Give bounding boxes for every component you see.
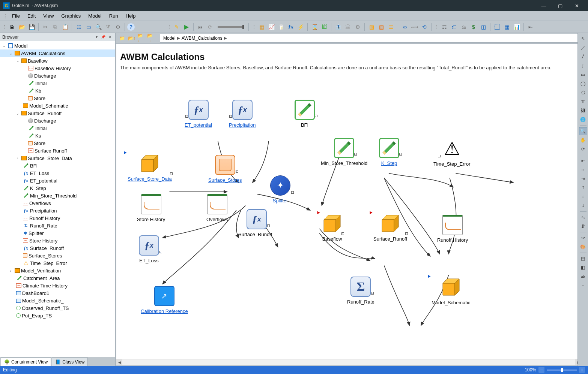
tree-item[interactable]: Store xyxy=(0,139,115,147)
menu-model[interactable]: Model xyxy=(84,12,105,19)
tree-item[interactable]: Ks xyxy=(0,132,115,139)
misc4-icon[interactable]: ≡ xyxy=(579,281,587,290)
tree-item[interactable]: ƒxSurface_Runoff_ xyxy=(0,244,115,252)
nav-fwd-icon[interactable]: 📂→ xyxy=(147,34,155,42)
node-runoff-history[interactable]: Runoff History xyxy=(437,215,468,243)
nav-up-icon[interactable]: 📂↑ xyxy=(128,34,136,42)
tree-item[interactable]: Catchment_Area xyxy=(0,274,115,282)
tree-item[interactable]: Initial xyxy=(0,79,115,87)
node-model-schematic[interactable]: Model_Schematic xyxy=(432,277,470,305)
hand-tool-icon[interactable]: ✋ xyxy=(579,136,587,144)
tree-item[interactable]: Surface Runoff xyxy=(0,147,115,154)
tree-item[interactable]: Climate Time History xyxy=(0,282,115,289)
node-surface-runoff[interactable]: ▫ Surface_Runoff xyxy=(373,213,407,242)
polygon-tool-icon[interactable]: ⬠ xyxy=(579,88,587,97)
run-icon[interactable]: ▶ xyxy=(182,22,191,31)
nav-home-icon[interactable]: 📁 xyxy=(118,34,126,42)
scroll-left-icon[interactable]: ◀ xyxy=(116,359,122,365)
tree-item-model[interactable]: ⌄Model xyxy=(0,42,115,49)
menu-graphics[interactable]: Graphics xyxy=(57,12,84,19)
layout-icon[interactable]: ☷ xyxy=(74,22,83,31)
zoom-out-button[interactable]: − xyxy=(538,367,544,373)
step-fwd-icon[interactable]: ⟳ xyxy=(206,22,215,31)
ellipse-tool-icon[interactable]: ◯ xyxy=(579,79,587,88)
tree-item[interactable]: Surface_Stores xyxy=(0,252,115,259)
bolt-icon[interactable]: ⚡ xyxy=(296,22,305,31)
align-middle-icon[interactable]: ↕ xyxy=(579,193,587,201)
color-picker-icon[interactable]: 🎨 xyxy=(579,243,587,251)
zoom-in-button[interactable]: + xyxy=(579,367,585,373)
browser-pin-icon[interactable]: 📌 xyxy=(100,34,106,40)
list-icon[interactable]: ☶ xyxy=(440,22,449,31)
align-bottom-icon[interactable]: ⤓ xyxy=(579,202,587,210)
image-tool-icon[interactable]: 🖼 xyxy=(579,106,587,115)
line-tool-icon[interactable]: ／ xyxy=(579,43,587,52)
node-overflows[interactable]: Overflows xyxy=(206,194,228,222)
filter-icon[interactable]: ⧩ xyxy=(104,22,113,31)
tree-item[interactable]: ƒxPrecipitation xyxy=(0,207,115,214)
align-right-icon[interactable]: ⇥ xyxy=(579,175,587,183)
save-file-icon[interactable]: 💾 xyxy=(27,22,36,31)
yellow-block-icon[interactable]: ▧ xyxy=(367,22,376,31)
tree-item-model-verification[interactable]: ›Model_Verification xyxy=(0,267,115,274)
weight-icon[interactable]: ⚖ xyxy=(459,22,468,31)
tab-containment-view[interactable]: 🌳Containment View xyxy=(1,358,51,366)
canvas-horizontal-scrollbar[interactable]: ◀ ▶ xyxy=(116,359,581,365)
node-et-potential[interactable]: ƒx▫ ET_potential xyxy=(185,100,212,128)
zoom-tool-icon[interactable]: 🔍 xyxy=(579,127,587,135)
dollar-icon[interactable]: $ xyxy=(469,22,478,31)
paste-icon[interactable]: 📋 xyxy=(60,22,69,31)
breadcrumb[interactable]: Model ▶ AWBM_Calculations ▶ xyxy=(160,34,586,43)
tree-item[interactable]: DashBoard1 xyxy=(0,289,115,297)
align-center-icon[interactable]: ↔ xyxy=(579,166,587,174)
browser-dropdown-icon[interactable]: ▾ xyxy=(93,34,99,40)
tab-class-view[interactable]: 📘Class View xyxy=(52,358,88,366)
distribute-h-icon[interactable]: ⇋ xyxy=(579,213,587,221)
link-icon[interactable]: ∞ xyxy=(400,22,409,31)
gear2-icon[interactable]: ⚙ xyxy=(353,22,362,31)
menu-help[interactable]: Help xyxy=(122,12,140,19)
search-icon[interactable]: 🔍 xyxy=(94,22,103,31)
tree-item[interactable]: Initial xyxy=(0,124,115,132)
grid-icon[interactable]: ▦ xyxy=(257,22,266,31)
tree-item-baseflow[interactable]: ⌄Baseflow xyxy=(0,57,115,64)
text-tool-icon[interactable]: T xyxy=(579,97,587,106)
node-time-step-error[interactable]: ⚠▫ Time_Step_Error xyxy=(433,139,471,167)
settings-icon[interactable]: ⚙ xyxy=(113,22,122,31)
tree-item[interactable]: Overflows xyxy=(0,199,115,207)
model-tree[interactable]: ⌄Model ⌄AWBM_Calculations ⌄Baseflow Base… xyxy=(0,41,115,357)
node-k-step[interactable]: ▫ K_Step xyxy=(379,138,399,166)
tree-item[interactable]: ƒxET_Loss xyxy=(0,169,115,177)
orange-block-icon[interactable]: ▧ xyxy=(377,22,386,31)
tree-item[interactable]: Discharge xyxy=(0,72,115,79)
window-icon[interactable]: ◫ xyxy=(479,22,488,31)
misc3-icon[interactable]: ab xyxy=(579,272,587,281)
node-precipitation[interactable]: ƒx▫ Precipitation xyxy=(229,100,256,128)
distribute-v-icon[interactable]: ⇵ xyxy=(579,222,587,230)
window-maximize-button[interactable]: ▢ xyxy=(552,0,568,11)
image-icon[interactable]: 🖼 xyxy=(320,22,329,31)
misc2-icon[interactable]: ◧ xyxy=(579,263,587,272)
step-back-icon[interactable]: ⏮ xyxy=(196,22,205,31)
window-close-button[interactable]: ✕ xyxy=(568,0,585,11)
window-minimize-button[interactable]: — xyxy=(535,0,552,11)
tree-item[interactable]: ✱Splitter xyxy=(0,229,115,237)
tag-icon[interactable]: 🏷 xyxy=(450,22,459,31)
bank-icon[interactable]: 🏦 xyxy=(334,22,343,31)
tree-item[interactable]: Discharge xyxy=(0,117,115,124)
container-icon[interactable]: 🥛 xyxy=(277,22,286,31)
table-icon[interactable]: ▦ xyxy=(502,22,511,31)
menu-edit[interactable]: Edit xyxy=(24,12,39,19)
tree-item-model-schematic[interactable]: Model_Schematic xyxy=(0,102,115,109)
rect-tool-icon[interactable]: ▭ xyxy=(579,70,587,79)
reload-icon[interactable]: ⟲ xyxy=(420,22,429,31)
connector-icon[interactable]: ⟿ xyxy=(410,22,419,31)
diagram-canvas[interactable]: AWBM Calculations The main components of… xyxy=(116,44,587,365)
building-icon[interactable]: 🏛 xyxy=(343,22,352,31)
tree-item[interactable]: ƒxET_potential xyxy=(0,177,115,184)
node-et-loss[interactable]: ƒx▫ ET_Loss xyxy=(139,235,159,263)
node-baseflow[interactable]: ▫ Baseflow xyxy=(321,213,343,242)
nav-back-icon[interactable]: 📂← xyxy=(137,34,146,42)
zoom-slider[interactable] xyxy=(547,370,577,371)
tree-item[interactable]: Pot_Evap_TS xyxy=(0,312,115,319)
